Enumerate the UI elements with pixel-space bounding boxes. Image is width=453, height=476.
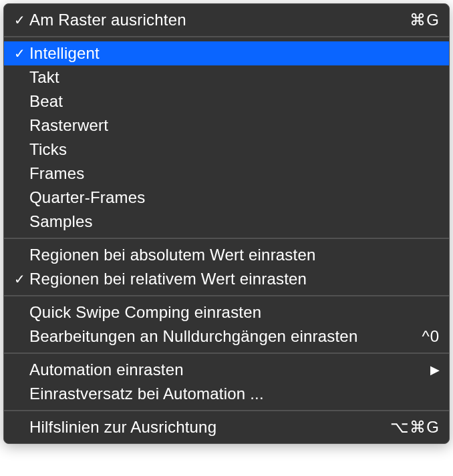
menu-item-label: Bearbeitungen an Nulldurchgängen einrast… (29, 327, 408, 346)
menu-item-label: Ticks (29, 140, 440, 159)
menu-item-alignment-guides[interactable]: Hilfslinien zur Ausrichtung⌥⌘G (4, 415, 449, 439)
menu-item-label: Beat (29, 92, 440, 111)
context-menu: ✓Am Raster ausrichten⌘G✓IntelligentTaktB… (3, 3, 450, 444)
menu-item-frames[interactable]: Frames (4, 162, 449, 186)
checkmark-icon: ✓ (14, 47, 25, 60)
menu-item-ticks[interactable]: Ticks (4, 138, 449, 162)
menu-item-label: Regionen bei relativem Wert einrasten (29, 270, 440, 288)
checkmark-icon: ✓ (14, 13, 25, 27)
checkmark-column: ✓ (9, 47, 29, 60)
menu-separator (4, 352, 449, 354)
menu-separator (4, 295, 449, 296)
checkmark-icon: ✓ (14, 272, 25, 286)
menu-item-snap-regions-relative[interactable]: ✓Regionen bei relativem Wert einrasten (4, 267, 449, 291)
menu-item-snap-automation[interactable]: Automation einrasten▶ (4, 358, 449, 382)
menu-item-label: Automation einrasten (29, 361, 417, 379)
menu-item-edits-zero-crossings[interactable]: Bearbeitungen an Nulldurchgängen einrast… (4, 324, 449, 348)
menu-item-label: Frames (29, 164, 440, 183)
checkmark-column: ✓ (9, 13, 29, 27)
menu-item-label: Samples (29, 212, 440, 231)
keyboard-shortcut: ⌘G (410, 11, 440, 29)
menu-item-rasterwert[interactable]: Rasterwert (4, 113, 449, 138)
menu-item-intelligent[interactable]: ✓Intelligent (4, 41, 449, 65)
menu-item-quarter-frames[interactable]: Quarter-Frames (4, 186, 449, 210)
keyboard-shortcut: ^0 (422, 327, 440, 346)
menu-item-label: Am Raster ausrichten (29, 11, 396, 29)
menu-item-label: Rasterwert (29, 116, 440, 135)
menu-item-quick-swipe-comping[interactable]: Quick Swipe Comping einrasten (4, 300, 449, 324)
menu-item-takt[interactable]: Takt (4, 65, 449, 89)
submenu-arrow-icon: ▶ (430, 363, 440, 377)
menu-item-beat[interactable]: Beat (4, 89, 449, 113)
menu-item-label: Quarter-Frames (29, 188, 440, 207)
menu-separator (4, 36, 449, 37)
checkmark-column: ✓ (9, 272, 29, 286)
menu-item-label: Hilfslinien zur Ausrichtung (29, 418, 377, 437)
menu-separator (4, 410, 449, 411)
menu-item-label: Einrastversatz bei Automation ... (29, 385, 440, 403)
keyboard-shortcut: ⌥⌘G (390, 418, 440, 437)
menu-item-snap-to-grid[interactable]: ✓Am Raster ausrichten⌘G (4, 8, 449, 32)
menu-separator (4, 238, 449, 239)
menu-item-label: Quick Swipe Comping einrasten (29, 303, 440, 322)
menu-item-samples[interactable]: Samples (4, 210, 449, 234)
menu-item-automation-snap-offset[interactable]: Einrastversatz bei Automation ... (4, 382, 449, 406)
menu-item-label: Intelligent (29, 44, 440, 63)
menu-item-label: Takt (29, 68, 440, 87)
menu-item-snap-regions-absolute[interactable]: Regionen bei absolutem Wert einrasten (4, 243, 449, 267)
menu-item-label: Regionen bei absolutem Wert einrasten (29, 246, 440, 264)
